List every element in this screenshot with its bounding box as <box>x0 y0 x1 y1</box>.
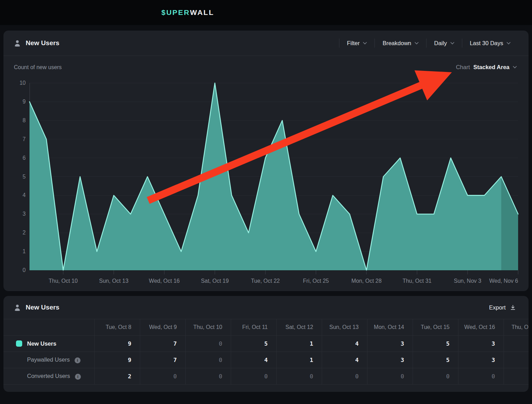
column-header: Thu, Oct 17 <box>504 319 529 336</box>
table-cell: 0 <box>185 352 231 368</box>
column-header: Mon, Oct 14 <box>367 319 413 336</box>
chart-controls: Filter Breakdown Daily Last 30 Days <box>339 39 518 48</box>
table-row: New Users970514353 <box>3 336 529 352</box>
column-header: Wed, Oct 9 <box>140 319 185 336</box>
table-cell: 1 <box>276 352 322 368</box>
x-tick-label: Sun, Oct 13 <box>91 278 136 284</box>
chart-panel-title: New Users <box>26 39 59 47</box>
table-cell: 0 <box>413 368 458 385</box>
interval-dropdown[interactable]: Daily <box>427 40 462 47</box>
row-label-cell: Converted Usersi <box>3 368 94 385</box>
column-header: Tue, Oct 15 <box>413 319 458 336</box>
series-color-swatch <box>16 340 22 347</box>
table-cell: 5 <box>413 352 458 368</box>
download-icon <box>510 304 516 311</box>
table-cell: 2 <box>94 368 140 385</box>
table-cell: 7 <box>140 352 185 368</box>
table-cell <box>504 352 529 368</box>
info-icon[interactable]: i <box>75 357 81 363</box>
table-panel-title-group: New Users <box>14 304 59 311</box>
column-header: Sun, Oct 13 <box>322 319 367 336</box>
superwall-logo: $UPERWALL <box>161 0 214 25</box>
filter-dropdown[interactable]: Filter <box>339 40 375 47</box>
chart-subtitle: Count of new users <box>14 64 62 71</box>
chevron-down-icon <box>507 42 510 44</box>
y-tick-label: 8 <box>3 117 26 124</box>
table-cell: 3 <box>367 336 413 352</box>
column-header: Thu, Oct 10 <box>185 319 231 336</box>
x-axis-labels: Thu, Oct 10Sun, Oct 13Wed, Oct 16Sat, Oc… <box>29 278 518 286</box>
new-users-table-panel: New Users Export Tue, Oct 8Wed, Oct 9Thu… <box>3 296 529 392</box>
table-cell: 9 <box>94 352 140 368</box>
chevron-down-icon <box>363 42 367 44</box>
x-tick-label: Thu, Oct 31 <box>395 278 440 284</box>
row-label: Paywalled Users <box>27 356 70 363</box>
chart-plot[interactable]: Thu, Oct 10Sun, Oct 13Wed, Oct 16Sat, Oc… <box>29 78 518 290</box>
table-cell <box>504 336 529 352</box>
column-header: Sat, Oct 12 <box>276 319 322 336</box>
table-cell: 0 <box>276 368 322 385</box>
y-tick-label: 7 <box>3 136 26 143</box>
table-cell: 0 <box>458 368 504 385</box>
row-label: New Users <box>27 340 56 347</box>
y-tick-label: 10 <box>3 80 26 86</box>
top-bar: $UPERWALL <box>0 0 532 25</box>
user-icon <box>14 40 21 47</box>
x-tick-label: Sat, Oct 19 <box>192 278 237 284</box>
y-tick-label: 3 <box>3 211 26 217</box>
logo-rest: WALL <box>190 8 214 17</box>
y-tick-label: 6 <box>3 155 26 162</box>
x-tick-label: Thu, Oct 10 <box>41 278 86 284</box>
chart-type-value: Stacked Area <box>473 64 509 71</box>
corner-cell <box>3 319 94 336</box>
data-table-wrap: Tue, Oct 8Wed, Oct 9Thu, Oct 10Fri, Oct … <box>3 319 529 385</box>
table-cell: 4 <box>231 352 276 368</box>
table-cell: 7 <box>140 336 185 352</box>
y-tick-label: 0 <box>3 267 26 274</box>
chart-panel-header: New Users Filter Breakdown Daily Last 30… <box>3 31 529 56</box>
chart-type-selector[interactable]: Chart Stacked Area <box>454 64 519 71</box>
chevron-down-icon <box>450 42 454 44</box>
x-tick-label: Tue, Oct 22 <box>243 278 288 284</box>
table-cell: 0 <box>367 368 413 385</box>
chart-panel-title-group: New Users <box>14 39 59 47</box>
table-cell: 9 <box>94 336 140 352</box>
x-tick-label: Wed, Nov 6 <box>478 278 518 284</box>
x-tick-label: Fri, Oct 25 <box>293 278 338 284</box>
y-tick-label: 5 <box>3 173 26 180</box>
y-axis-labels: 012345678910 <box>3 78 26 274</box>
column-header: Tue, Oct 8 <box>94 319 140 336</box>
y-tick-label: 9 <box>3 98 26 105</box>
column-header: Wed, Oct 16 <box>458 319 504 336</box>
area-chart-svg <box>29 78 518 274</box>
info-icon[interactable]: i <box>75 374 81 380</box>
table-cell: 4 <box>322 336 367 352</box>
table-body: New Users970514353Paywalled Usersi970414… <box>3 336 529 385</box>
table-cell: 0 <box>140 368 185 385</box>
table-panel-title: New Users <box>26 304 59 311</box>
table-row: Converted Usersi200000000 <box>3 368 529 385</box>
y-tick-label: 4 <box>3 192 26 199</box>
row-label-cell: New Users <box>3 336 94 352</box>
table-cell: 0 <box>231 368 276 385</box>
user-icon <box>14 304 21 311</box>
chart-type-label: Chart <box>456 64 470 71</box>
row-label-cell: Paywalled Usersi <box>3 352 94 368</box>
logo-accent: $UPER <box>161 8 190 17</box>
y-tick-label: 2 <box>3 229 26 236</box>
column-header: Fri, Oct 11 <box>231 319 276 336</box>
table-cell: 3 <box>367 352 413 368</box>
date-range-dropdown[interactable]: Last 30 Days <box>462 40 518 47</box>
breakdown-dropdown[interactable]: Breakdown <box>375 40 426 47</box>
table-cell: 5 <box>413 336 458 352</box>
export-button[interactable]: Export <box>487 304 518 311</box>
x-tick-label: Mon, Oct 28 <box>344 278 389 284</box>
chevron-down-icon <box>513 66 517 68</box>
table-cell: 4 <box>322 352 367 368</box>
table-cell: 1 <box>276 336 322 352</box>
table-cell: 0 <box>185 368 231 385</box>
new-users-chart-panel: New Users Filter Breakdown Daily Last 30… <box>3 31 529 291</box>
chevron-down-icon <box>415 42 419 44</box>
table-panel-header: New Users Export <box>3 296 529 319</box>
table-cell: 0 <box>322 368 367 385</box>
